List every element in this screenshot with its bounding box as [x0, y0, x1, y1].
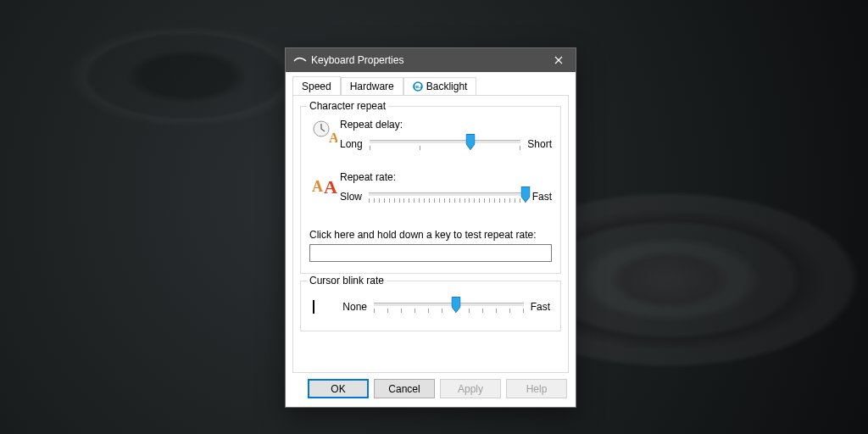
button-label: Apply	[458, 383, 483, 395]
repeat-rate-label: Repeat rate:	[340, 171, 552, 183]
tab-label: Hardware	[350, 81, 394, 92]
button-label: OK	[331, 383, 345, 395]
repeat-rate-icon: A A	[309, 171, 340, 198]
repeat-rate-slider[interactable]	[369, 186, 526, 207]
repeat-delay-slider[interactable]	[370, 134, 521, 154]
close-button[interactable]	[542, 48, 576, 72]
ok-button[interactable]: OK	[308, 379, 369, 398]
svg-text:A: A	[324, 176, 337, 197]
window-title: Keyboard Properties	[308, 54, 542, 66]
keyboard-properties-dialog: Keyboard Properties Speed Hardware DELL …	[285, 47, 576, 408]
slider-right-label: Fast	[532, 191, 552, 203]
tab-backlight[interactable]: DELL Backlight	[403, 77, 477, 95]
slider-left-label: Slow	[340, 191, 362, 203]
button-label: Help	[526, 383, 548, 395]
group-cursor-blink: Cursor blink rate None Fast	[300, 281, 561, 331]
tab-panel-speed: Character repeat A Repeat delay: Long	[292, 95, 569, 373]
button-bar: OK Cancel Apply Help	[308, 379, 567, 398]
slider-right-label: Short	[527, 138, 552, 150]
group-character-repeat: Character repeat A Repeat delay: Long	[300, 106, 561, 274]
svg-text:A: A	[329, 131, 337, 145]
cursor-preview	[313, 300, 314, 314]
slider-left-label: Long	[340, 138, 363, 150]
titlebar[interactable]: Keyboard Properties	[286, 48, 576, 72]
slider-right-label: Fast	[531, 301, 550, 313]
apply-button[interactable]: Apply	[440, 379, 501, 398]
keyboard-icon	[292, 57, 308, 64]
cursor-blink-slider[interactable]	[374, 297, 524, 317]
tab-label: Speed	[302, 81, 331, 92]
tab-label: Backlight	[426, 81, 468, 92]
slider-left-label: None	[340, 301, 367, 313]
tab-strip: Speed Hardware DELL Backlight	[292, 77, 569, 95]
slider-thumb[interactable]	[452, 297, 461, 313]
button-label: Cancel	[388, 383, 420, 395]
svg-text:A: A	[312, 178, 323, 195]
slider-thumb[interactable]	[520, 186, 530, 203]
repeat-delay-label: Repeat delay:	[340, 119, 552, 131]
dell-icon: DELL	[413, 81, 423, 92]
close-icon	[554, 56, 563, 64]
group-legend: Cursor blink rate	[307, 275, 387, 287]
tab-speed[interactable]: Speed	[292, 76, 341, 95]
group-legend: Character repeat	[307, 100, 388, 112]
cancel-button[interactable]: Cancel	[374, 379, 435, 398]
slider-thumb[interactable]	[466, 134, 476, 150]
dialog-client-area: Speed Hardware DELL Backlight Character …	[286, 72, 576, 407]
repeat-test-input[interactable]	[309, 244, 552, 262]
repeat-delay-icon: A	[309, 119, 340, 146]
tab-hardware[interactable]: Hardware	[341, 77, 403, 95]
help-button[interactable]: Help	[506, 379, 567, 398]
test-label: Click here and hold down a key to test r…	[309, 229, 552, 241]
svg-text:DELL: DELL	[414, 85, 423, 89]
